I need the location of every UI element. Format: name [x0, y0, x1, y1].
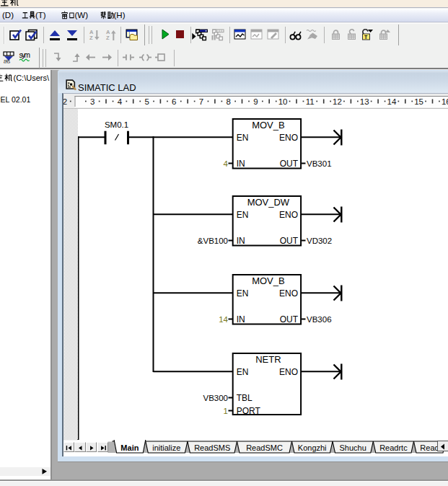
svg-text:2: 2: [63, 97, 67, 106]
svg-text:VB301: VB301: [307, 159, 332, 168]
svg-text:OUT: OUT: [280, 314, 299, 324]
svg-text:EN: EN: [237, 210, 249, 220]
svg-text:MOV_B: MOV_B: [252, 275, 285, 286]
svg-text:ReadSMS: ReadSMS: [194, 443, 230, 452]
svg-text:14: 14: [219, 315, 228, 324]
svg-text:ENO: ENO: [279, 288, 298, 299]
svg-text:initialize: initialize: [152, 443, 180, 452]
svg-text:IN: IN: [237, 159, 245, 169]
svg-text:16: 16: [442, 97, 448, 106]
svg-text:9: 9: [253, 97, 258, 106]
svg-text:SM0.1: SM0.1: [105, 120, 128, 129]
svg-text:13: 13: [360, 97, 369, 106]
svg-text:EN: EN: [237, 367, 249, 377]
svg-text:{R}: {R}: [4, 59, 11, 63]
svg-text:VD302: VD302: [307, 237, 332, 245]
svg-text:T: T: [364, 35, 368, 40]
svg-text:NETR: NETR: [255, 354, 281, 365]
svg-text:TBL: TBL: [237, 393, 252, 403]
svg-text:EN: EN: [237, 133, 249, 143]
svg-text:7: 7: [199, 97, 203, 106]
svg-text:ENO: ENO: [279, 210, 298, 220]
svg-text:ENO: ENO: [279, 133, 298, 143]
svg-text:12: 12: [333, 97, 342, 106]
svg-text:15: 15: [414, 97, 423, 106]
svg-text:5: 5: [144, 97, 149, 106]
svg-text:3: 3: [90, 97, 95, 106]
svg-text:8: 8: [226, 97, 230, 106]
svg-text:IN: IN: [237, 314, 245, 324]
svg-text:10: 10: [278, 97, 288, 106]
svg-text:Kongzhi: Kongzhi: [298, 443, 327, 452]
svg-text:14: 14: [387, 97, 397, 106]
svg-text:PORT: PORT: [237, 406, 261, 416]
svg-text:MOV_B: MOV_B: [252, 120, 285, 131]
svg-text:sym: sym: [19, 50, 31, 59]
svg-text:&VB100: &VB100: [198, 237, 228, 245]
svg-text:IN: IN: [237, 236, 245, 246]
svg-text:VB300: VB300: [203, 394, 228, 402]
svg-text:ENO: ENO: [279, 367, 298, 377]
svg-text:1: 1: [224, 407, 228, 415]
svg-text:OUT: OUT: [280, 236, 299, 246]
svg-text:VB306: VB306: [307, 315, 332, 324]
svg-text:Z: Z: [106, 35, 110, 41]
svg-text:ReadSMC: ReadSMC: [246, 443, 283, 452]
svg-text:Main: Main: [120, 443, 139, 452]
svg-text:Z: Z: [89, 35, 93, 41]
svg-text:OUT: OUT: [280, 159, 299, 169]
svg-text:MOV_DW: MOV_DW: [247, 197, 290, 208]
svg-text:4: 4: [118, 97, 123, 106]
svg-text:Readrtc: Readrtc: [379, 443, 408, 452]
svg-text:11: 11: [306, 97, 315, 106]
svg-text:6: 6: [172, 97, 176, 106]
svg-text:4: 4: [224, 159, 229, 168]
svg-text:Shuchu: Shuchu: [339, 443, 366, 452]
svg-text:EN: EN: [237, 288, 249, 299]
